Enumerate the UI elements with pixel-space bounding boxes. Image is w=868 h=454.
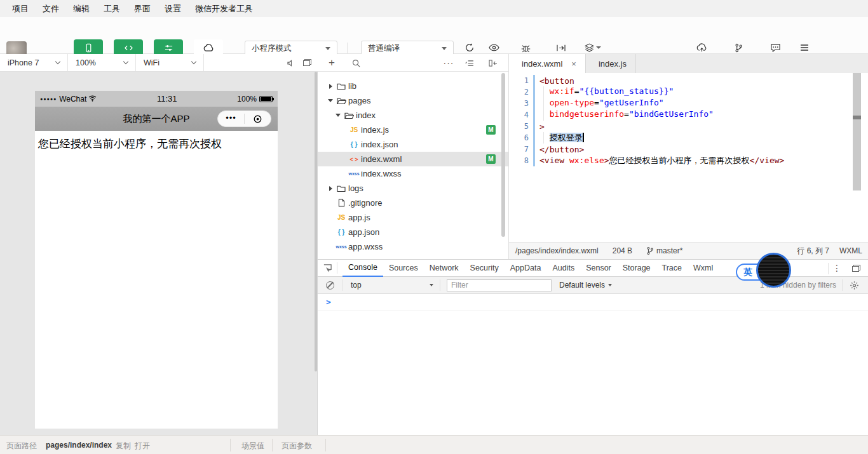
menu-item-2[interactable]: 编辑 xyxy=(66,3,97,15)
caret-down-icon xyxy=(430,284,433,286)
network-select-value: WiFi xyxy=(144,58,159,67)
code-editor[interactable]: 1<button2 wx:if="{{button_status}}"3 ope… xyxy=(509,73,852,242)
devtools-tab-wxml[interactable]: Wxml xyxy=(688,260,719,277)
menu-item-1[interactable]: 文件 xyxy=(36,3,66,15)
hide-panel-icon[interactable] xyxy=(485,54,501,72)
chevron-down-icon xyxy=(191,59,196,64)
devtools-tab-security[interactable]: Security xyxy=(465,260,505,277)
status-branch[interactable]: master* xyxy=(656,246,682,255)
wifi-icon xyxy=(88,95,97,103)
code-line-6: 6 授权登录 xyxy=(509,132,852,144)
clear-console-icon[interactable] xyxy=(326,281,334,290)
editor-tab-bar: index.wxml×index.js xyxy=(509,54,868,73)
dock-side-icon[interactable] xyxy=(852,265,860,272)
battery-icon xyxy=(259,96,273,102)
phone-time: 11:31 xyxy=(97,94,237,103)
devtools-tab-console[interactable]: Console xyxy=(342,260,383,277)
close-tab-icon[interactable]: × xyxy=(571,59,576,69)
status-file-size: 204 B xyxy=(613,246,632,255)
collapse-all-icon[interactable] xyxy=(461,54,477,72)
target-icon xyxy=(253,114,262,124)
signal-dots-icon: ●●●●● xyxy=(40,97,57,101)
menu-item-4[interactable]: 界面 xyxy=(127,3,158,15)
open-path-button[interactable]: 打开 xyxy=(135,441,150,451)
devtools-tab-audits[interactable]: Audits xyxy=(546,260,580,277)
devtools-tab-sources[interactable]: Sources xyxy=(383,260,424,277)
devtools-tab-sensor[interactable]: Sensor xyxy=(580,260,617,277)
capsule-more-button[interactable]: ••• xyxy=(218,111,244,126)
tree-item-index.wxss[interactable]: wxssindex.wxss xyxy=(318,166,508,181)
mode-select-value: 小程序模式 xyxy=(252,43,292,54)
devtools-menu-icon[interactable]: ⋮ xyxy=(832,263,841,273)
device-select[interactable]: iPhone 7 xyxy=(0,54,68,71)
zoom-select-value: 100% xyxy=(76,58,96,67)
tree-item-pages[interactable]: pages xyxy=(318,93,508,108)
compile-select-value: 普通编译 xyxy=(368,43,400,54)
code-line-3: 3 open-type="getUserInfo" xyxy=(509,98,852,109)
page-params-label[interactable]: 页面参数 xyxy=(281,441,312,451)
search-icon[interactable] xyxy=(348,54,363,72)
tree-item-.gitignore[interactable]: .gitignore xyxy=(318,196,508,210)
tree-item-index.wxml[interactable]: < >index.wxmlM xyxy=(318,152,508,166)
menu-bar: 项目文件编辑工具界面设置微信开发者工具 xyxy=(0,0,868,17)
tree-item-app.json[interactable]: { }app.json xyxy=(318,225,508,239)
devtools-tab-storage[interactable]: Storage xyxy=(617,260,656,277)
console-settings-gear-icon[interactable] xyxy=(850,281,859,292)
file-tree-panel: + ··· libpagesindexJSindex.jsM{ }index.j… xyxy=(318,54,508,259)
context-select-value: top xyxy=(351,281,362,290)
status-language[interactable]: WXML xyxy=(839,246,862,255)
devtools-tab-trace[interactable]: Trace xyxy=(656,260,688,277)
console-prompt: > xyxy=(326,297,331,307)
status-file-path: /pages/index/index.wxml xyxy=(515,246,599,255)
file-tree: libpagesindexJSindex.jsM{ }index.json< >… xyxy=(318,79,508,254)
debugger-panel: ConsoleSourcesNetworkSecurityAppDataAudi… xyxy=(318,259,868,435)
git-branch-icon xyxy=(646,246,654,255)
code-line-5: 5> xyxy=(509,121,852,132)
text-cursor xyxy=(583,133,584,142)
file-tree-scrollbar[interactable] xyxy=(501,73,505,237)
context-select[interactable]: top xyxy=(351,281,433,290)
simulator-scrollbar[interactable] xyxy=(315,72,317,371)
scene-value-label[interactable]: 场景值 xyxy=(241,441,264,451)
tree-item-index.json[interactable]: { }index.json xyxy=(318,137,508,152)
inspect-icon[interactable] xyxy=(318,264,337,273)
folder-open-icon xyxy=(342,112,356,119)
status-line-col[interactable]: 行 6, 列 7 xyxy=(797,246,829,257)
menu-item-6[interactable]: 微信开发者工具 xyxy=(188,3,260,15)
editor-status-bar: /pages/index/index.wxml 204 B master* 行 … xyxy=(509,242,868,259)
tree-item-app.wxss[interactable]: wxssapp.wxss xyxy=(318,239,508,254)
devtools-tab-appdata[interactable]: AppData xyxy=(505,260,547,277)
code-line-4: 4 bindgetuserinfo="bindGetUserInfo" xyxy=(509,109,852,121)
detach-window-icon[interactable] xyxy=(303,59,311,66)
menu-item-3[interactable]: 工具 xyxy=(97,3,127,15)
modified-gutter-bar xyxy=(533,155,535,166)
capsule-close-button[interactable] xyxy=(245,111,271,126)
log-levels-select[interactable]: Default levels xyxy=(559,281,612,290)
tree-item-lib[interactable]: lib xyxy=(318,79,508,93)
tree-item-index.js[interactable]: JSindex.jsM xyxy=(318,123,508,137)
battery-percent: 100% xyxy=(237,95,257,103)
menu-item-5[interactable]: 设置 xyxy=(158,3,188,15)
main-toolbar: 模拟器编辑器调试器云开发 小程序模式 普通编译 编译预览真机调试切后台清缓存 上… xyxy=(0,17,868,54)
copy-path-button[interactable]: 复制 xyxy=(116,441,131,451)
modified-gutter-bar xyxy=(533,144,535,155)
console-filter-input[interactable] xyxy=(447,279,552,291)
code-line-2: 2 wx:if="{{button_status}}" xyxy=(509,86,852,98)
wxss-icon: wxss xyxy=(347,171,361,176)
editor-tab-index.wxml[interactable]: index.wxml× xyxy=(509,54,586,73)
mute-icon[interactable] xyxy=(287,59,295,69)
tree-item-index[interactable]: index xyxy=(318,108,508,123)
console-prompt-row[interactable]: > xyxy=(318,294,868,310)
phone-screen: ●●●●● WeChat 11:31 100% 我的第一个APP ••• 您已经… xyxy=(35,91,278,429)
add-file-button[interactable]: + xyxy=(324,54,339,72)
tree-item-app.js[interactable]: JSapp.js xyxy=(318,210,508,225)
more-icon[interactable]: ··· xyxy=(441,54,456,72)
network-select[interactable]: WiFi xyxy=(136,54,204,71)
menu-item-0[interactable]: 项目 xyxy=(5,3,36,15)
tree-item-logs[interactable]: logs xyxy=(318,181,508,196)
devtools-tab-network[interactable]: Network xyxy=(424,260,465,277)
file-tree-toolbar: + ··· xyxy=(318,54,508,72)
editor-scrollbar[interactable] xyxy=(853,73,861,190)
zoom-select[interactable]: 100% xyxy=(68,54,136,71)
editor-tab-index.js[interactable]: index.js xyxy=(586,54,636,73)
